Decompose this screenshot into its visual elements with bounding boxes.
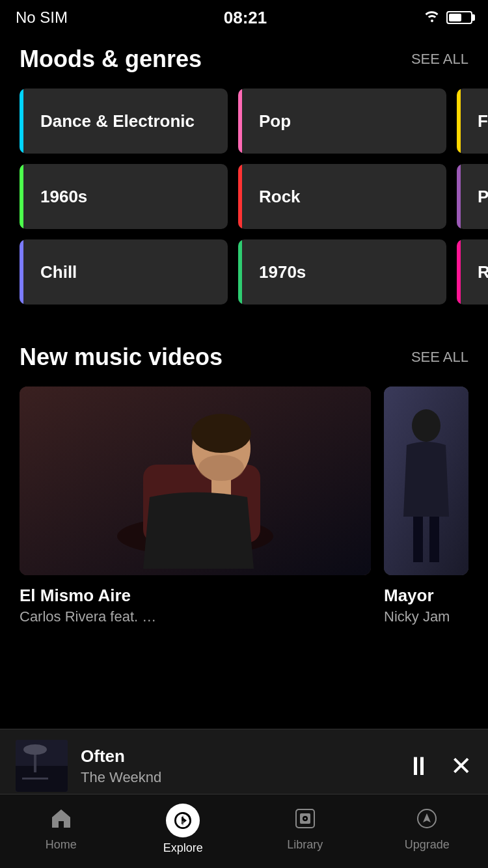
video-title-el-mismo-aire: El Mismo Aire	[20, 586, 371, 606]
genre-label-1960s: 1960s	[40, 187, 87, 207]
nav-label-library: Library	[287, 838, 323, 852]
nav-item-explore[interactable]: Explore	[144, 804, 222, 855]
genre-item-pop[interactable]: Pop	[238, 88, 446, 154]
genre-label-partial3: R	[478, 262, 488, 282]
upgrade-icon	[415, 807, 439, 834]
nav-label-explore: Explore	[163, 841, 203, 855]
genre-item-partial1[interactable]: F	[457, 88, 488, 154]
genre-item-dance-electronic[interactable]: Dance & Electronic	[20, 88, 228, 154]
nav-item-home[interactable]: Home	[22, 807, 100, 852]
mini-player-artist: The Weeknd	[81, 769, 393, 786]
moods-section-title: Moods & genres	[20, 46, 202, 73]
genre-label-partial1: F	[478, 111, 488, 131]
nav-item-library[interactable]: Library	[266, 807, 344, 852]
nav-label-home: Home	[46, 838, 77, 852]
genre-label-pop: Pop	[259, 111, 291, 131]
genre-item-chill[interactable]: Chill	[20, 239, 228, 305]
video-card-mayor[interactable]: Mayor Nicky Jam	[384, 387, 468, 625]
svg-point-26	[304, 818, 306, 820]
svg-rect-17	[22, 778, 48, 780]
mini-player-info: Often The Weeknd	[81, 746, 393, 786]
library-icon	[293, 807, 317, 834]
video-thumb-el-mismo-aire	[20, 387, 371, 575]
videos-section-title: New music videos	[20, 344, 223, 371]
svg-point-10	[412, 409, 441, 442]
videos-section: New music videos SEE ALL	[0, 344, 488, 625]
close-button[interactable]: ✕	[450, 753, 472, 779]
svg-point-16	[23, 744, 47, 755]
carrier-label: No SIM	[16, 8, 68, 27]
genre-item-partial2[interactable]: P	[457, 164, 488, 229]
svg-marker-28	[423, 813, 431, 822]
nav-label-upgrade: Upgrade	[405, 838, 450, 852]
nav-item-upgrade[interactable]: Upgrade	[388, 807, 466, 852]
genre-item-1970s[interactable]: 1970s	[238, 239, 446, 305]
genre-label-partial2: P	[478, 187, 488, 207]
video-thumb-mayor	[384, 387, 468, 575]
battery-icon	[446, 11, 472, 24]
mini-player-controls: ⏸ ✕	[406, 753, 472, 779]
genre-label-chill: Chill	[40, 262, 77, 282]
mini-player-thumbnail	[16, 740, 68, 792]
moods-see-all[interactable]: SEE ALL	[411, 51, 468, 68]
videos-scroll: El Mismo Aire Carlos Rivera feat. …	[0, 387, 488, 625]
svg-point-7	[198, 455, 244, 481]
genre-grid: Dance & Electronic Pop F 1960s Rock P Ch…	[0, 88, 488, 305]
video-card-el-mismo-aire[interactable]: El Mismo Aire Carlos Rivera feat. …	[20, 387, 371, 625]
wifi-icon	[423, 10, 441, 26]
videos-section-header: New music videos SEE ALL	[0, 344, 488, 387]
status-icons	[423, 10, 472, 26]
status-bar: No SIM 08:21	[0, 0, 488, 33]
pause-button[interactable]: ⏸	[406, 753, 432, 779]
svg-point-6	[191, 414, 251, 453]
explore-icon	[166, 804, 200, 837]
mini-player[interactable]: Often The Weeknd ⏸ ✕	[0, 729, 488, 803]
genre-item-partial3[interactable]: R	[457, 239, 488, 305]
home-icon	[49, 807, 73, 834]
bottom-nav: Home Explore Library	[0, 794, 488, 868]
main-content: Moods & genres SEE ALL Dance & Electroni…	[0, 33, 488, 625]
time-label: 08:21	[224, 8, 267, 28]
genre-label-1970s: 1970s	[259, 262, 306, 282]
genre-item-1960s[interactable]: 1960s	[20, 164, 228, 229]
genre-label-rock: Rock	[259, 187, 301, 207]
genre-label-dance-electronic: Dance & Electronic	[40, 111, 195, 131]
video-title-mayor: Mayor	[384, 586, 468, 606]
mini-player-track: Often	[81, 746, 393, 766]
svg-rect-12	[429, 517, 439, 562]
video-artist-el-mismo-aire: Carlos Rivera feat. …	[20, 608, 371, 625]
videos-see-all[interactable]: SEE ALL	[411, 349, 468, 366]
video-artist-mayor: Nicky Jam	[384, 608, 468, 625]
moods-section-header: Moods & genres SEE ALL	[0, 46, 488, 88]
genre-item-rock[interactable]: Rock	[238, 164, 446, 229]
svg-rect-11	[413, 517, 423, 562]
